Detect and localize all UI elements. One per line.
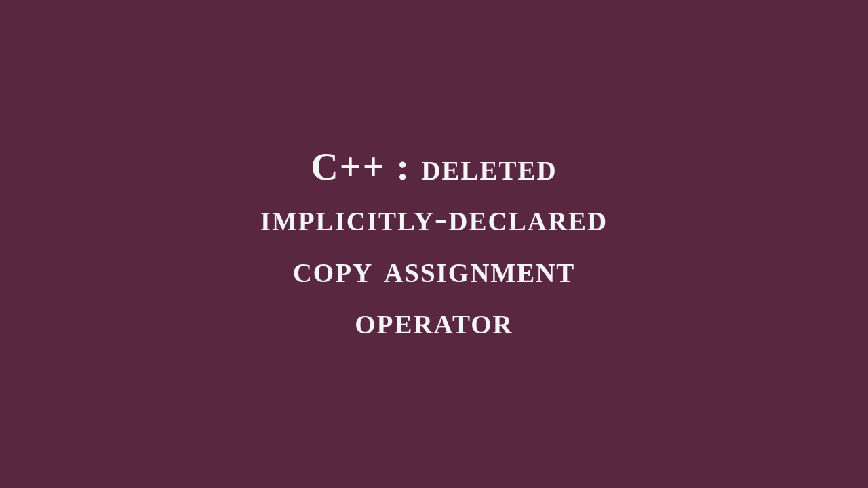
- title-line-4: operator: [260, 296, 608, 347]
- title-line-2: implicitly-declared: [260, 192, 608, 244]
- title-line-1: C++ : Deleted: [260, 142, 608, 193]
- separator: :: [386, 146, 422, 188]
- language-label: C++: [311, 146, 385, 188]
- title-card: C++ : Deleted implicitly-declared copy a…: [260, 142, 608, 346]
- title-line-3: copy assignment: [260, 244, 608, 296]
- title-word-1: Deleted: [421, 146, 557, 188]
